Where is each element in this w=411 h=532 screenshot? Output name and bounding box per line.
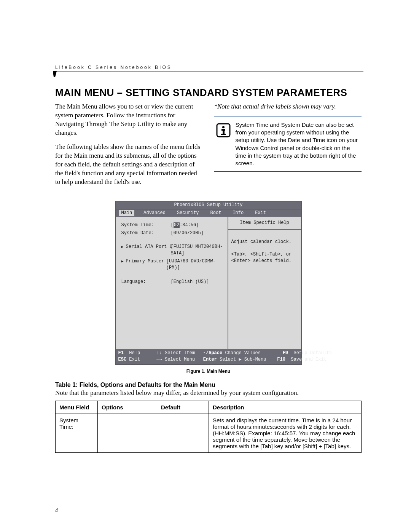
bios-main-panel: System Time: [02:34:56] System Date: [09… bbox=[116, 217, 228, 349]
note-italic: *Note that actual drive labels shown may… bbox=[214, 102, 362, 111]
key-esc: ESC bbox=[118, 356, 127, 363]
key-leftright: ←→ bbox=[156, 356, 165, 363]
page-title: MAIN MENU – SETTING STANDARD SYSTEM PARA… bbox=[55, 87, 362, 99]
tab-advanced[interactable]: Advanced bbox=[141, 210, 168, 216]
tab-main[interactable]: Main bbox=[119, 210, 135, 216]
th-options: Options bbox=[98, 401, 157, 414]
bios-footer: F1 Help ↑↓ Select Item -/Space Change Va… bbox=[116, 349, 301, 364]
table-row: System Time: — — Sets and displays the c… bbox=[56, 414, 362, 452]
table-title: Table 1: Fields, Options and Defaults fo… bbox=[55, 382, 362, 388]
tab-security[interactable]: Security bbox=[175, 210, 201, 216]
help-title: Item Specific Help bbox=[231, 219, 298, 227]
header-rule bbox=[55, 72, 362, 78]
info-icon bbox=[216, 123, 231, 141]
left-column: The Main Menu allows you to set or view … bbox=[55, 102, 203, 192]
tab-boot[interactable]: Boot bbox=[208, 210, 224, 216]
row-primary-master[interactable]: ▶ Primary Master [UJDA760 DVD/CDRW-(PM)] bbox=[121, 258, 224, 272]
field-table: Menu Field Options Default Description S… bbox=[55, 401, 362, 453]
page-number: 4 bbox=[55, 508, 58, 514]
label-sata: ▶ Serial ATA Port 0 bbox=[121, 244, 171, 257]
running-head: LifeBook C Series Notebook BIOS bbox=[55, 65, 362, 71]
th-default: Default bbox=[157, 401, 209, 414]
tab-exit[interactable]: Exit bbox=[253, 210, 268, 216]
label-system-time: System Time: bbox=[121, 222, 171, 228]
table-note: Note that the parameters listed below ma… bbox=[55, 389, 362, 397]
key-f10: F10 bbox=[277, 356, 285, 363]
bios-tabs: Main Advanced Security Boot Info Exit bbox=[116, 209, 301, 217]
figure-caption: Figure 1. Main Menu bbox=[55, 369, 362, 374]
help-line-1: Adjust calendar clock. bbox=[231, 239, 298, 245]
key-enter: Enter bbox=[203, 356, 217, 363]
svg-rect-4 bbox=[221, 134, 226, 135]
help-line-2: <Tab>, <Shift-Tab>, or bbox=[231, 251, 298, 258]
key-f9: F9 bbox=[283, 350, 288, 356]
tab-info[interactable]: Info bbox=[230, 210, 246, 216]
bios-screenshot: PhoenixBIOS Setup Utility Main Advanced … bbox=[115, 201, 302, 364]
bios-help-panel: Item Specific Help Adjust calendar clock… bbox=[228, 217, 301, 349]
svg-rect-3 bbox=[223, 129, 225, 134]
row-sata[interactable]: ▶ Serial ATA Port 0 [FUJITSU MHT2040BH-S… bbox=[121, 244, 224, 257]
two-column-body: The Main Menu allows you to set or view … bbox=[55, 102, 362, 192]
label-language: Language: bbox=[121, 279, 171, 285]
intro-paragraph-2: The following tables show the names of t… bbox=[55, 143, 203, 187]
cell-options: — bbox=[98, 414, 157, 452]
cell-description: Sets and displays the current time. Time… bbox=[209, 414, 362, 452]
key-minus-space: -/Space bbox=[203, 350, 222, 356]
row-system-date[interactable]: System Date: [09/06/2005] bbox=[121, 230, 224, 236]
page: LifeBook C Series Notebook BIOS MAIN MEN… bbox=[0, 0, 411, 532]
value-primary-master: [UJDA760 DVD/CDRW-(PM)] bbox=[166, 258, 224, 272]
right-column: *Note that actual drive labels shown may… bbox=[214, 102, 362, 192]
value-language: [English (US)] bbox=[171, 279, 209, 285]
row-system-time[interactable]: System Time: [02:34:56] bbox=[121, 222, 224, 228]
th-menu-field: Menu Field bbox=[56, 401, 98, 414]
key-f1: F1 bbox=[118, 350, 124, 356]
cell-menu-field: System Time: bbox=[56, 414, 98, 452]
bios-title: PhoenixBIOS Setup Utility bbox=[116, 201, 301, 209]
svg-point-1 bbox=[222, 126, 225, 128]
label-primary-master: ▶ Primary Master bbox=[121, 258, 166, 272]
intro-paragraph-1: The Main Menu allows you to set or view … bbox=[55, 102, 203, 137]
info-callout: System Time and System Date can also be … bbox=[214, 117, 362, 172]
th-description: Description bbox=[209, 401, 362, 414]
row-language[interactable]: Language: [English (US)] bbox=[121, 279, 224, 285]
callout-text: System Time and System Date can also be … bbox=[236, 121, 360, 168]
value-system-date: [09/06/2005] bbox=[171, 230, 204, 236]
value-system-time: [02:34:56] bbox=[171, 222, 199, 228]
table-header-row: Menu Field Options Default Description bbox=[56, 401, 362, 414]
help-line-3: <Enter> selects field. bbox=[231, 258, 298, 264]
cell-default: — bbox=[157, 414, 209, 452]
key-updown: ↑↓ bbox=[156, 350, 165, 356]
label-system-date: System Date: bbox=[121, 230, 171, 236]
value-sata: [FUJITSU MHT2040BH-SATA] bbox=[171, 244, 224, 257]
